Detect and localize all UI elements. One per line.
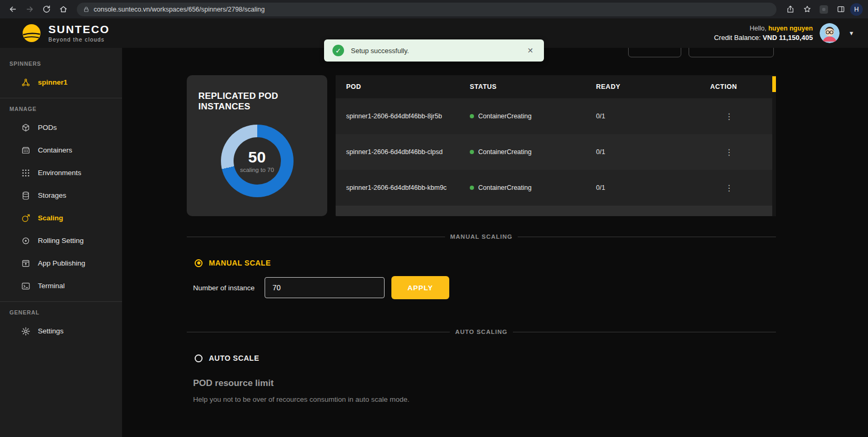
sidebar-item-label: App Publishing — [38, 259, 85, 267]
column-header-ready: READY — [596, 83, 710, 90]
sidebar-divider — [0, 301, 122, 302]
pod-donut: 50 scaling to 70 — [221, 125, 294, 197]
sunteco-logo[interactable]: SUNTECO Beyond the clouds — [21, 23, 110, 44]
sidebar-item-label: PODs — [38, 124, 57, 131]
auto-scale-label: AUTO SCALE — [209, 354, 259, 362]
status-label: ContainerCreating — [478, 184, 531, 191]
apply-button[interactable]: APPLY — [391, 276, 449, 299]
sidebar-item-label: Rolling Setting — [38, 237, 84, 245]
auto-scale-radio[interactable]: AUTO SCALE — [187, 354, 776, 362]
column-header-status: STATUS — [470, 83, 596, 90]
toast-notification: ✓ Setup successfully. ✕ — [324, 39, 544, 62]
sidebar-item-label: Terminal — [38, 282, 65, 290]
settings-icon — [21, 327, 31, 336]
side-panel-icon[interactable] — [833, 2, 848, 17]
sidebar-section-manage: MANAGE — [0, 106, 122, 112]
lock-icon — [83, 6, 89, 13]
sidebar-section-general: GENERAL — [0, 309, 122, 316]
radio-unchecked-icon[interactable] — [195, 354, 203, 362]
sidebar-item-label: Environments — [38, 169, 82, 177]
environments-icon — [21, 168, 31, 178]
url-bar[interactable]: console.sunteco.vn/workspaces/656/spinne… — [77, 3, 776, 16]
toast-close-icon[interactable]: ✕ — [525, 44, 536, 57]
sidebar-item-spinner1[interactable]: spinner1 — [0, 71, 122, 94]
forward-icon[interactable] — [22, 2, 37, 17]
manual-scaling-divider: MANUAL SCALING — [187, 233, 776, 240]
column-header-pod: POD — [346, 83, 470, 90]
sidebar-item-storages[interactable]: Storages — [0, 184, 122, 207]
scaling-target: scaling to 70 — [240, 167, 274, 173]
pod-status: ContainerCreating — [470, 184, 596, 191]
pod-table: POD STATUS READY ACTION spinner1-2606-6d… — [336, 75, 776, 216]
scaling-icon — [21, 214, 31, 223]
browser-chrome: console.sunteco.vn/workspaces/656/spinne… — [0, 0, 868, 18]
share-icon[interactable] — [783, 2, 798, 17]
star-icon[interactable] — [800, 2, 814, 17]
table-scrollbar[interactable] — [772, 75, 776, 216]
sidebar-item-label: spinner1 — [38, 78, 67, 86]
pod-name: spinner1-2606-6d4dbf46bb-8jr5b — [346, 113, 470, 120]
manual-scale-form: Number of instance APPLY — [187, 276, 776, 299]
sidebar-item-pods[interactable]: PODs — [0, 116, 122, 139]
status-label: ContainerCreating — [478, 113, 531, 120]
row-menu-icon[interactable]: ⋮ — [710, 112, 733, 121]
spinner-icon — [21, 78, 31, 87]
radio-checked-icon[interactable] — [195, 259, 203, 267]
sidebar-item-containers[interactable]: Containers — [0, 139, 122, 161]
manual-scale-label: MANUAL SCALE — [209, 259, 271, 267]
sidebar-item-rolling-setting[interactable]: Rolling Setting — [0, 229, 122, 252]
user-avatar[interactable] — [820, 23, 840, 43]
row-menu-icon[interactable]: ⋮ — [710, 148, 733, 157]
row-menu-icon[interactable]: ⋮ — [710, 184, 733, 192]
status-dot — [470, 186, 474, 190]
sidebar-item-environments[interactable]: Environments — [0, 161, 122, 184]
scrollbar-thumb[interactable] — [772, 76, 776, 92]
main-content: REPLICATED POD INSTANCES 50 scaling to 7… — [122, 48, 868, 437]
storages-icon — [21, 191, 31, 200]
app-publishing-icon — [21, 259, 31, 268]
pod-ready: 0/1 — [596, 184, 710, 191]
containers-icon — [21, 146, 31, 155]
app-header: SUNTECO Beyond the clouds ✓ Setup succes… — [0, 18, 868, 48]
credit-value: VND 11,150,405 — [763, 34, 813, 42]
home-icon[interactable] — [56, 2, 70, 17]
sidebar-item-settings[interactable]: Settings — [0, 320, 122, 342]
rolling-setting-icon — [21, 236, 31, 246]
brand-tagline: Beyond the clouds — [48, 36, 110, 43]
table-row: spinner1-2606-6d4dbf46bb-clpsd Container… — [336, 134, 776, 170]
chevron-down-icon[interactable]: ▼ — [846, 28, 856, 38]
status-label: ContainerCreating — [478, 148, 531, 156]
manual-scale-radio[interactable]: MANUAL SCALE — [187, 259, 776, 267]
sidebar-item-terminal[interactable]: Terminal — [0, 275, 122, 297]
success-check-icon: ✓ — [332, 45, 344, 56]
sidebar-section-spinners: SPINNERS — [0, 60, 122, 67]
replicated-pod-card: REPLICATED POD INSTANCES 50 scaling to 7… — [187, 75, 327, 216]
extension-icon[interactable] — [816, 2, 831, 17]
pod-name: spinner1-2606-6d4dbf46bb-kbm9c — [346, 184, 470, 191]
pod-name: spinner1-2606-6d4dbf46bb-clpsd — [346, 148, 470, 156]
sidebar: SPINNERS spinner1 MANAGE PODs Containers… — [0, 48, 122, 437]
sidebar-item-app-publishing[interactable]: App Publishing — [0, 252, 122, 275]
table-header: POD STATUS READY ACTION — [336, 75, 776, 98]
instance-count-input[interactable] — [265, 277, 385, 298]
top-action-button-2[interactable] — [689, 48, 774, 57]
brand-name: SUNTECO — [48, 24, 110, 35]
pod-resource-limit-help: Help you not to be over of recources con… — [193, 395, 776, 403]
sidebar-divider — [0, 98, 122, 98]
pod-status: ContainerCreating — [470, 113, 596, 120]
browser-profile-avatar[interactable]: H — [850, 3, 863, 16]
sidebar-item-label: Storages — [38, 191, 66, 199]
account-summary: Hello, huyen nguyen Credit Balance: VND … — [714, 25, 813, 42]
refresh-icon[interactable] — [39, 2, 54, 17]
divider-label: MANUAL SCALING — [450, 233, 513, 240]
auto-scaling-divider: AUTO SCALING — [187, 329, 776, 335]
sidebar-item-label: Settings — [38, 327, 64, 335]
top-action-button-1[interactable] — [628, 48, 681, 57]
pods-icon — [21, 123, 31, 133]
back-icon[interactable] — [5, 2, 20, 17]
sidebar-item-label: Scaling — [38, 214, 63, 222]
status-dot — [470, 114, 474, 118]
table-footer — [336, 206, 776, 216]
status-dot — [470, 150, 474, 154]
sidebar-item-scaling[interactable]: Scaling — [0, 207, 122, 229]
